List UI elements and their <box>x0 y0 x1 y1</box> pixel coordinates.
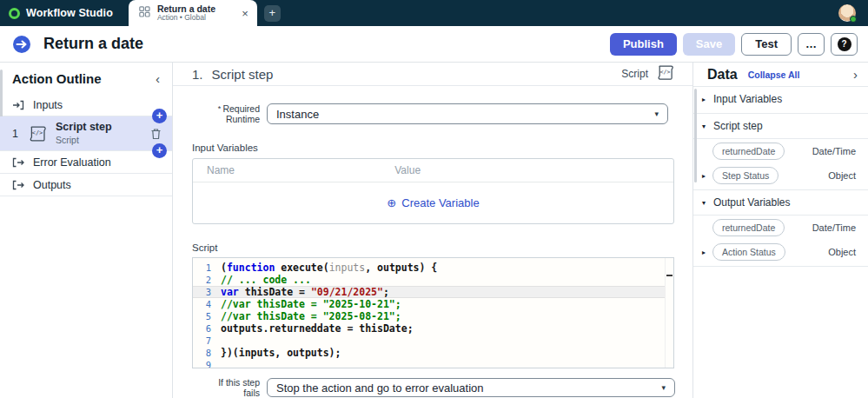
required-runtime-label: *Required Runtime <box>192 103 260 124</box>
data-type: Object <box>828 170 856 181</box>
add-step-above-button[interactable]: + <box>152 109 167 123</box>
sidebar-item-label: Inputs <box>33 99 63 111</box>
data-pill[interactable]: Action Status <box>712 243 785 261</box>
inputs-icon <box>12 99 24 111</box>
sidebar-item-inputs[interactable]: Inputs <box>0 94 172 116</box>
code-line[interactable]: 7 <box>193 335 673 347</box>
code-line[interactable]: 5//var thisDate = "2025-08-21"; <box>193 310 673 322</box>
code-line[interactable]: 1(function execute(inputs, outputs) { <box>193 262 673 274</box>
error-evaluation-icon <box>12 156 24 169</box>
caret-down-icon: ▾ <box>702 123 713 130</box>
help-button[interactable]: ? <box>831 33 858 56</box>
data-sections: ▸Input Variables▾Script stepreturnedDate… <box>693 87 868 267</box>
step-label: Script step <box>56 121 112 135</box>
chevron-down-icon: ▾ <box>661 383 666 392</box>
code-lines: 1(function execute(inputs, outputs) {2//… <box>193 262 673 368</box>
app-name: Workflow Studio <box>26 7 113 19</box>
action-icon <box>12 35 31 54</box>
input-variables-label: Input Variables <box>192 143 675 153</box>
line-number: 6 <box>193 322 221 335</box>
line-number: 5 <box>193 310 221 322</box>
fail-behavior-select[interactable]: Stop the action and go to error evaluati… <box>267 378 675 397</box>
input-variables-table: Name Value ⊕ Create Variable <box>192 158 674 224</box>
line-number: 3 <box>193 286 221 298</box>
code-line[interactable]: 8})(inputs, outputs); <box>193 347 673 359</box>
collapse-panel-icon[interactable]: ‹ <box>156 71 160 86</box>
sidebar-item-error-evaluation[interactable]: Error Evaluation <box>0 151 172 174</box>
code-line[interactable]: 4//var thisDate = "2025-10-21"; <box>193 298 673 310</box>
page-header: Return a date Publish Save Test … ? <box>0 26 868 63</box>
data-type: Date/Time <box>812 146 856 156</box>
outputs-icon <box>12 179 24 191</box>
test-button[interactable]: Test <box>741 33 792 56</box>
fail-behavior-label: If this step fails <box>206 377 260 398</box>
sidebar-item-script-step[interactable]: + 1 </> Script step Script + <box>0 116 172 151</box>
code-line[interactable]: 2// ... code ... <box>193 274 673 286</box>
data-panel: Data Collapse All › ▸Input Variables▾Scr… <box>692 63 868 398</box>
sidebar-item-label: Outputs <box>33 179 71 191</box>
publish-button[interactable]: Publish <box>610 33 677 56</box>
data-section-header[interactable]: ▾Script step <box>693 114 868 139</box>
data-pill[interactable]: returnedDate <box>712 143 785 160</box>
step-heading: Script step <box>212 67 274 82</box>
caret-right-icon: ▸ <box>702 96 713 103</box>
ruler-mark <box>666 275 673 276</box>
code-line[interactable]: 6outputs.returneddate = thisDate; <box>193 322 673 335</box>
line-number: 9 <box>193 359 221 368</box>
required-runtime-value: Instance <box>276 108 319 121</box>
action-outline-title: Action Outline <box>12 71 102 86</box>
grid-icon <box>139 5 150 21</box>
caret-down-icon: ▾ <box>702 199 713 207</box>
new-tab-button[interactable]: + <box>264 5 281 22</box>
column-header-value: Value <box>394 164 421 176</box>
code-text: //var thisDate = "2025-08-21"; <box>221 310 401 322</box>
step-index: 1 <box>12 128 23 140</box>
data-row: returnedDateDate/Time <box>693 139 868 163</box>
code-line[interactable]: 3var thisDate = "09/21/2025"; <box>193 286 673 298</box>
more-actions-button[interactable]: … <box>798 33 825 56</box>
editor-overview-ruler[interactable] <box>665 258 673 368</box>
script-scroll-icon: </> <box>655 63 675 84</box>
plus-circle-icon: ⊕ <box>387 196 396 209</box>
svg-text:</>: </> <box>32 129 43 136</box>
sidebar-item-outputs[interactable]: Outputs <box>0 174 172 196</box>
create-variable-button[interactable]: ⊕ Create Variable <box>193 182 673 223</box>
line-number: 2 <box>193 274 221 286</box>
data-row: ▸Action StatusObject <box>693 240 868 264</box>
code-text: })(inputs, outputs); <box>221 347 341 359</box>
add-step-below-button[interactable]: + <box>152 143 167 158</box>
data-pill[interactable]: returnedDate <box>712 219 785 236</box>
line-number: 8 <box>193 347 221 359</box>
tab-return-a-date[interactable]: Return a date Action • Global × <box>129 0 257 26</box>
data-section-label: Output Variables <box>713 196 791 209</box>
data-section-header[interactable]: ▾Output Variables <box>693 190 868 216</box>
line-number: 7 <box>193 335 221 347</box>
fail-behavior-value: Stop the action and go to error evaluati… <box>276 381 484 395</box>
trash-icon[interactable] <box>150 128 162 140</box>
step-type-label: Script <box>621 68 648 80</box>
caret-right-icon[interactable]: ▸ <box>702 249 712 256</box>
data-row: ▸Step StatusObject <box>693 163 868 188</box>
data-pill[interactable]: Step Status <box>712 167 779 184</box>
save-button[interactable]: Save <box>683 33 735 56</box>
code-text: // ... code ... <box>221 274 311 286</box>
caret-right-icon[interactable]: ▸ <box>702 172 712 180</box>
collapse-all-link[interactable]: Collapse All <box>748 70 800 80</box>
action-outline-panel: Action Outline ‹ Inputs + 1 </> Script s… <box>0 63 173 398</box>
script-label: Script <box>192 242 675 253</box>
line-number: 4 <box>193 298 221 310</box>
required-runtime-select[interactable]: Instance ▾ <box>267 103 668 124</box>
sidebar-item-label: Error Evaluation <box>33 156 111 169</box>
data-section-header[interactable]: ▸Input Variables <box>693 87 868 111</box>
data-panel-scrollbar[interactable] <box>694 89 697 182</box>
tab-subtitle: Action • Global <box>157 14 215 23</box>
code-line[interactable]: 9 <box>193 359 673 368</box>
user-avatar[interactable] <box>838 4 856 22</box>
expand-panel-icon[interactable]: › <box>853 67 858 82</box>
step-sublabel: Script <box>56 135 112 146</box>
close-icon[interactable]: × <box>242 7 248 20</box>
step-editor-panel: 1. Script step Script </> *Required Runt… <box>173 63 692 398</box>
line-number: 1 <box>193 262 221 274</box>
script-code-editor[interactable]: 1(function execute(inputs, outputs) {2//… <box>192 257 674 368</box>
question-mark-icon: ? <box>838 37 851 51</box>
